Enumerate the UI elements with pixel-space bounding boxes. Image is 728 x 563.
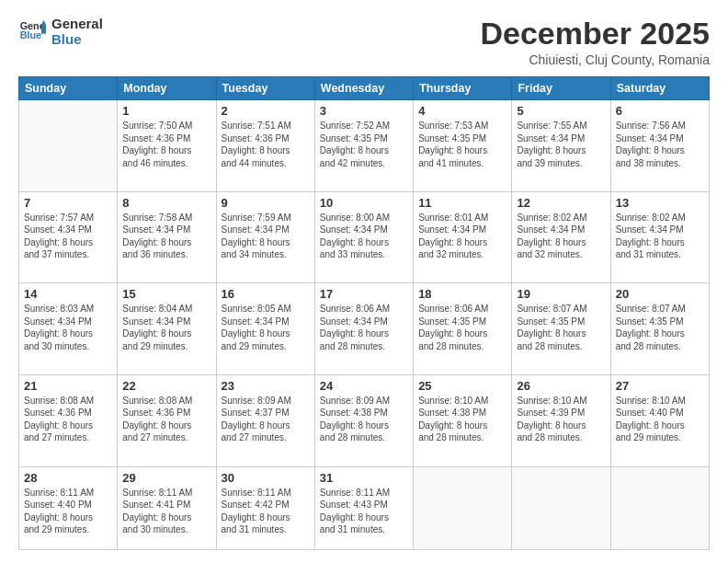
day-info: Sunrise: 8:11 AM Sunset: 4:43 PM Dayligh… bbox=[320, 487, 408, 536]
day-number: 2 bbox=[222, 104, 310, 118]
calendar-header-friday: Friday bbox=[512, 77, 610, 100]
day-number: 4 bbox=[418, 104, 506, 118]
calendar-cell: 22Sunrise: 8:08 AM Sunset: 4:36 PM Dayli… bbox=[118, 374, 216, 466]
day-info: Sunrise: 8:11 AM Sunset: 4:40 PM Dayligh… bbox=[24, 487, 112, 536]
calendar-cell: 3Sunrise: 7:52 AM Sunset: 4:35 PM Daylig… bbox=[314, 100, 413, 192]
day-info: Sunrise: 8:02 AM Sunset: 4:34 PM Dayligh… bbox=[517, 212, 605, 261]
day-number: 8 bbox=[122, 196, 210, 210]
day-info: Sunrise: 8:07 AM Sunset: 4:35 PM Dayligh… bbox=[517, 303, 605, 352]
day-number: 17 bbox=[320, 287, 408, 301]
day-info: Sunrise: 7:59 AM Sunset: 4:34 PM Dayligh… bbox=[222, 212, 310, 261]
day-info: Sunrise: 7:52 AM Sunset: 4:35 PM Dayligh… bbox=[320, 120, 408, 169]
day-number: 19 bbox=[517, 287, 605, 301]
day-info: Sunrise: 7:51 AM Sunset: 4:36 PM Dayligh… bbox=[222, 120, 310, 169]
day-info: Sunrise: 7:50 AM Sunset: 4:36 PM Dayligh… bbox=[122, 120, 210, 169]
day-number: 29 bbox=[122, 471, 210, 485]
day-info: Sunrise: 8:08 AM Sunset: 4:36 PM Dayligh… bbox=[122, 395, 210, 444]
calendar-header-wednesday: Wednesday bbox=[314, 77, 413, 100]
calendar-cell: 8Sunrise: 7:58 AM Sunset: 4:34 PM Daylig… bbox=[118, 191, 216, 283]
logo-text-block: General Blue bbox=[51, 17, 103, 47]
calendar-cell: 18Sunrise: 8:06 AM Sunset: 4:35 PM Dayli… bbox=[414, 283, 512, 375]
calendar-cell: 17Sunrise: 8:06 AM Sunset: 4:34 PM Dayli… bbox=[314, 283, 413, 375]
calendar-cell: 20Sunrise: 8:07 AM Sunset: 4:35 PM Dayli… bbox=[610, 283, 709, 375]
day-info: Sunrise: 8:09 AM Sunset: 4:38 PM Dayligh… bbox=[320, 395, 408, 444]
calendar-cell: 24Sunrise: 8:09 AM Sunset: 4:38 PM Dayli… bbox=[314, 374, 413, 466]
calendar-cell bbox=[610, 466, 709, 549]
day-number: 3 bbox=[320, 104, 408, 118]
calendar-cell: 19Sunrise: 8:07 AM Sunset: 4:35 PM Dayli… bbox=[512, 283, 610, 375]
logo: General Blue General Blue bbox=[18, 17, 103, 47]
day-info: Sunrise: 8:06 AM Sunset: 4:35 PM Dayligh… bbox=[418, 303, 506, 352]
day-number: 7 bbox=[24, 196, 112, 210]
logo-general: General bbox=[51, 17, 103, 32]
day-info: Sunrise: 7:57 AM Sunset: 4:34 PM Dayligh… bbox=[24, 212, 112, 261]
day-number: 20 bbox=[616, 287, 704, 301]
day-number: 22 bbox=[122, 379, 210, 393]
calendar-cell: 10Sunrise: 8:00 AM Sunset: 4:34 PM Dayli… bbox=[314, 191, 413, 283]
calendar-cell: 13Sunrise: 8:02 AM Sunset: 4:34 PM Dayli… bbox=[610, 191, 709, 283]
day-number: 30 bbox=[222, 471, 310, 485]
day-number: 26 bbox=[517, 379, 605, 393]
calendar-cell: 5Sunrise: 7:55 AM Sunset: 4:34 PM Daylig… bbox=[512, 100, 610, 192]
calendar-cell: 4Sunrise: 7:53 AM Sunset: 4:35 PM Daylig… bbox=[414, 100, 512, 192]
day-number: 23 bbox=[222, 379, 310, 393]
day-info: Sunrise: 8:10 AM Sunset: 4:38 PM Dayligh… bbox=[418, 395, 506, 444]
calendar-cell: 14Sunrise: 8:03 AM Sunset: 4:34 PM Dayli… bbox=[19, 283, 118, 375]
calendar-header-tuesday: Tuesday bbox=[216, 77, 314, 100]
day-info: Sunrise: 8:11 AM Sunset: 4:42 PM Dayligh… bbox=[222, 487, 310, 536]
calendar-week-row: 28Sunrise: 8:11 AM Sunset: 4:40 PM Dayli… bbox=[19, 466, 710, 549]
calendar-cell: 29Sunrise: 8:11 AM Sunset: 4:41 PM Dayli… bbox=[118, 466, 216, 549]
day-info: Sunrise: 8:08 AM Sunset: 4:36 PM Dayligh… bbox=[24, 395, 112, 444]
calendar-cell: 25Sunrise: 8:10 AM Sunset: 4:38 PM Dayli… bbox=[414, 374, 512, 466]
day-number: 18 bbox=[418, 287, 506, 301]
svg-text:Blue: Blue bbox=[20, 29, 41, 40]
day-number: 9 bbox=[222, 196, 310, 210]
page: General Blue General Blue December 2025 … bbox=[0, 0, 728, 563]
calendar-cell: 23Sunrise: 8:09 AM Sunset: 4:37 PM Dayli… bbox=[216, 374, 314, 466]
day-info: Sunrise: 8:06 AM Sunset: 4:34 PM Dayligh… bbox=[320, 303, 408, 352]
calendar-header-row: SundayMondayTuesdayWednesdayThursdayFrid… bbox=[19, 77, 710, 100]
day-number: 12 bbox=[517, 196, 605, 210]
calendar-cell: 30Sunrise: 8:11 AM Sunset: 4:42 PM Dayli… bbox=[216, 466, 314, 549]
calendar-cell: 12Sunrise: 8:02 AM Sunset: 4:34 PM Dayli… bbox=[512, 191, 610, 283]
day-number: 14 bbox=[24, 287, 112, 301]
calendar-week-row: 7Sunrise: 7:57 AM Sunset: 4:34 PM Daylig… bbox=[19, 191, 710, 283]
day-info: Sunrise: 7:55 AM Sunset: 4:34 PM Dayligh… bbox=[517, 120, 605, 169]
month-title: December 2025 bbox=[480, 17, 710, 51]
header: General Blue General Blue December 2025 … bbox=[18, 17, 710, 67]
logo-blue: Blue bbox=[51, 32, 103, 48]
day-info: Sunrise: 8:11 AM Sunset: 4:41 PM Dayligh… bbox=[122, 487, 210, 536]
day-number: 11 bbox=[418, 196, 506, 210]
calendar-week-row: 14Sunrise: 8:03 AM Sunset: 4:34 PM Dayli… bbox=[19, 283, 710, 375]
day-info: Sunrise: 7:58 AM Sunset: 4:34 PM Dayligh… bbox=[122, 212, 210, 261]
title-block: December 2025 Chiuiesti, Cluj County, Ro… bbox=[480, 17, 710, 67]
calendar-cell bbox=[512, 466, 610, 549]
logo-icon: General Blue bbox=[18, 18, 46, 46]
calendar-week-row: 1Sunrise: 7:50 AM Sunset: 4:36 PM Daylig… bbox=[19, 100, 710, 192]
day-info: Sunrise: 8:02 AM Sunset: 4:34 PM Dayligh… bbox=[616, 212, 704, 261]
calendar-cell: 21Sunrise: 8:08 AM Sunset: 4:36 PM Dayli… bbox=[19, 374, 118, 466]
day-number: 27 bbox=[616, 379, 704, 393]
day-info: Sunrise: 8:05 AM Sunset: 4:34 PM Dayligh… bbox=[222, 303, 310, 352]
day-info: Sunrise: 8:10 AM Sunset: 4:39 PM Dayligh… bbox=[517, 395, 605, 444]
calendar-header-sunday: Sunday bbox=[19, 77, 118, 100]
day-number: 28 bbox=[24, 471, 112, 485]
location: Chiuiesti, Cluj County, Romania bbox=[480, 52, 710, 67]
calendar-header-monday: Monday bbox=[118, 77, 216, 100]
day-info: Sunrise: 8:04 AM Sunset: 4:34 PM Dayligh… bbox=[122, 303, 210, 352]
calendar-week-row: 21Sunrise: 8:08 AM Sunset: 4:36 PM Dayli… bbox=[19, 374, 710, 466]
calendar-cell: 7Sunrise: 7:57 AM Sunset: 4:34 PM Daylig… bbox=[19, 191, 118, 283]
calendar-cell: 2Sunrise: 7:51 AM Sunset: 4:36 PM Daylig… bbox=[216, 100, 314, 192]
calendar-header-saturday: Saturday bbox=[610, 77, 709, 100]
calendar-table: SundayMondayTuesdayWednesdayThursdayFrid… bbox=[18, 76, 710, 550]
day-info: Sunrise: 8:07 AM Sunset: 4:35 PM Dayligh… bbox=[616, 303, 704, 352]
day-number: 13 bbox=[616, 196, 704, 210]
calendar-cell bbox=[19, 100, 118, 192]
day-number: 10 bbox=[320, 196, 408, 210]
day-number: 1 bbox=[122, 104, 210, 118]
day-info: Sunrise: 8:10 AM Sunset: 4:40 PM Dayligh… bbox=[616, 395, 704, 444]
calendar-cell bbox=[414, 466, 512, 549]
calendar-cell: 1Sunrise: 7:50 AM Sunset: 4:36 PM Daylig… bbox=[118, 100, 216, 192]
calendar-cell: 15Sunrise: 8:04 AM Sunset: 4:34 PM Dayli… bbox=[118, 283, 216, 375]
day-number: 24 bbox=[320, 379, 408, 393]
